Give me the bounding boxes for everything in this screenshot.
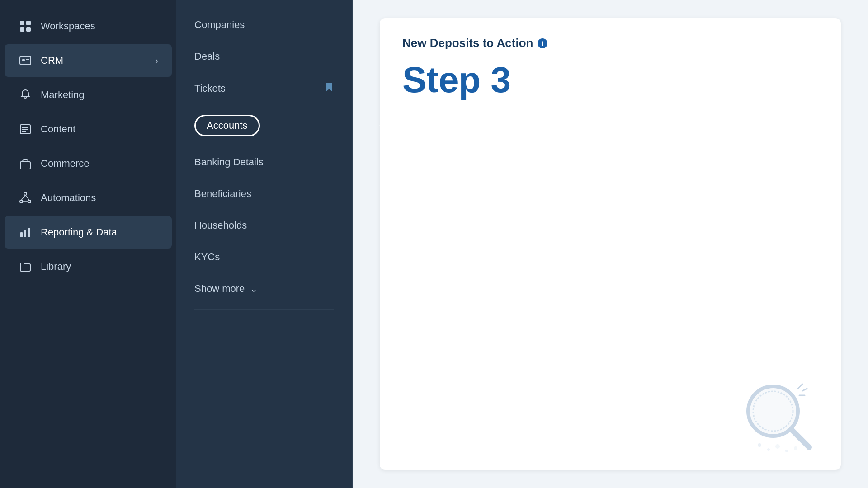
bookmark-icon [324,82,334,95]
submenu: Companies Deals Tickets Accounts Banking… [176,0,353,488]
svg-line-24 [791,429,809,447]
sidebar-item-content[interactable]: Content [5,113,172,145]
sidebar-item-reporting-label: Reporting & Data [41,226,117,238]
submenu-kycs-label: KYCs [194,251,220,263]
submenu-deals-label: Deals [194,51,220,62]
svg-rect-1 [26,21,31,25]
svg-line-26 [802,389,807,391]
chevron-right-icon: › [156,56,158,66]
shop-icon [18,156,33,171]
svg-rect-2 [20,27,24,32]
submenu-item-beneficiaries[interactable]: Beneficiaries [176,178,352,210]
svg-rect-3 [26,27,31,32]
submenu-item-banking-details[interactable]: Banking Details [176,146,352,178]
magnifier-illustration [732,375,823,456]
bell-icon [18,88,33,102]
annotation-arrow [379,105,492,146]
svg-point-5 [22,59,25,61]
svg-rect-20 [24,230,26,237]
info-icon[interactable]: i [538,38,547,48]
submenu-accounts-label: Accounts [194,115,260,136]
sidebar-item-commerce[interactable]: Commerce [5,147,172,180]
submenu-item-households[interactable]: Households [176,210,352,241]
svg-rect-21 [28,228,30,237]
svg-point-28 [758,443,761,447]
nodes-icon [18,191,33,205]
chevron-down-icon: ⌄ [250,283,258,294]
sidebar-item-library-label: Library [41,261,71,272]
svg-point-29 [767,448,770,451]
submenu-households-label: Households [194,220,247,231]
sidebar-item-marketing-label: Marketing [41,89,85,101]
submenu-item-accounts[interactable]: Accounts [176,105,352,146]
sidebar: Workspaces CRM › Marketing [0,0,176,488]
submenu-tickets-label: Tickets [194,83,226,94]
step-label: Step 3 [402,59,818,101]
list-icon [18,122,33,136]
chart-icon [18,225,33,239]
submenu-item-tickets[interactable]: Tickets [176,72,352,105]
submenu-item-deals[interactable]: Deals [176,41,352,72]
panel-title-text: New Deposits to Action [402,36,533,50]
svg-point-14 [20,200,23,203]
main-content: New Deposits to Action i Step 3 [353,0,868,488]
user-card-icon [18,53,33,68]
svg-point-13 [24,192,27,195]
sidebar-item-commerce-label: Commerce [41,158,90,169]
svg-point-30 [775,444,780,449]
svg-line-25 [798,384,802,389]
submenu-divider [194,309,334,310]
sidebar-item-marketing[interactable]: Marketing [5,79,172,111]
sidebar-item-content-label: Content [41,123,75,135]
panel-title: New Deposits to Action i [402,36,818,50]
svg-rect-0 [20,21,24,25]
main-panel: New Deposits to Action i Step 3 [380,18,841,470]
sidebar-item-workspaces-label: Workspaces [41,20,95,32]
submenu-companies-label: Companies [194,19,245,31]
sidebar-item-automations[interactable]: Automations [5,182,172,214]
sidebar-item-crm-label: CRM [41,55,63,66]
svg-rect-4 [20,56,31,65]
sidebar-item-reporting[interactable]: Reporting & Data [5,216,172,249]
svg-point-15 [28,200,31,203]
svg-point-32 [794,446,797,450]
submenu-item-kycs[interactable]: KYCs [176,241,352,273]
submenu-beneficiaries-label: Beneficiaries [194,188,251,200]
submenu-item-companies[interactable]: Companies [176,9,352,41]
show-more-button[interactable]: Show more ⌄ [176,273,352,305]
svg-point-31 [785,450,788,452]
svg-rect-12 [20,162,30,169]
svg-line-17 [25,195,29,200]
sidebar-item-library[interactable]: Library [5,250,172,283]
sidebar-item-crm[interactable]: CRM › [5,44,172,77]
submenu-banking-details-label: Banking Details [194,156,264,168]
folder-icon [18,259,33,274]
sidebar-item-automations-label: Automations [41,192,96,204]
grid-icon [18,19,33,33]
svg-line-16 [21,195,25,200]
show-more-label: Show more [194,283,245,295]
sidebar-item-workspaces[interactable]: Workspaces [5,10,172,42]
svg-rect-19 [20,232,23,237]
